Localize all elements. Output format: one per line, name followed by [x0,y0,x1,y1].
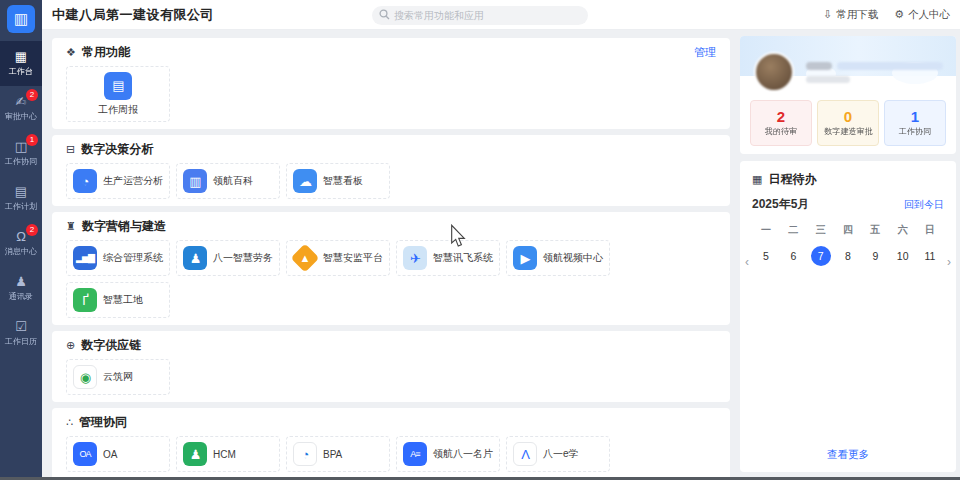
section-title: 常用功能 [82,44,130,61]
app-领航视频中心[interactable]: ▶ 领航视频中心 [506,240,610,276]
personal-center-button[interactable]: ⚙ 个人中心 [894,8,950,22]
view-more-link[interactable]: 查看更多 [740,448,956,462]
app-label: BPA [323,449,342,460]
app-智慧看板[interactable]: ☁ 智慧看板 [286,163,390,199]
company-name: 中建八局第一建设有限公司 [52,6,214,24]
notification-badge: 2 [26,89,38,101]
app-工作周报[interactable]: ▤ 工作周报 [66,66,170,122]
sidebar-item-label: 工作台 [9,66,33,77]
section-list: ❖ 常用功能 管理 ▤ 工作周报 ⊟ 数字决策分析 ◔ 生产运营分析 ▥ 领航百… [52,38,730,480]
calendar-day-8[interactable]: 8 [838,246,858,266]
redacted-user-subtitle [806,76,850,83]
common-functions-icon: ❖ [66,46,76,59]
manage-link[interactable]: 管理 [694,45,716,60]
app-grid: OA OA ♟ HCM ◔ BPA A≡ 领航八一名片 Λ 八一e学 ¥ 财务一… [66,431,716,480]
calendar-day-6[interactable]: 6 [783,246,803,266]
stat-label: 我的待审 [765,126,797,137]
section-digital-decision-analysis: ⊟ 数字决策分析 ◔ 生产运营分析 ▥ 领航百科 ☁ 智慧看板 [52,135,730,206]
sidebar-item-work-calendar[interactable]: ☑ 工作日历 [0,311,42,356]
stat-我的待审[interactable]: 2 我的待审 [750,100,812,146]
app-八一智慧劳务[interactable]: ♟ 八一智慧劳务 [176,240,280,276]
stat-value: 1 [911,109,919,124]
common-downloads-button[interactable]: ⇩ 常用下载 [823,8,878,22]
section-title: 数字营销与建造 [82,218,166,235]
calendar-day-9[interactable]: 9 [865,246,885,266]
app-生产运营分析[interactable]: ◔ 生产运营分析 [66,163,170,199]
app-OA[interactable]: OA OA [66,436,170,472]
notification-badge: 1 [26,134,38,146]
app-智慧工地[interactable]: Ґ 智慧工地 [66,282,170,318]
app-label: OA [103,449,117,460]
app-HCM[interactable]: ♟ HCM [176,436,280,472]
personal-center-label: 个人中心 [908,8,950,22]
app-领航八一名片[interactable]: A≡ 领航八一名片 [396,436,500,472]
section-header: ⊕ 数字供应链 [66,336,716,354]
sidebar-item-approval-center[interactable]: 2 ✍ 审批中心 [0,86,42,131]
avatar [754,52,794,92]
gear-icon: ⚙ [894,8,904,21]
app-领航百科[interactable]: ▥ 领航百科 [176,163,280,199]
app-智慧讯飞系统[interactable]: ✈ 智慧讯飞系统 [396,240,500,276]
weekday-二: 二 [783,220,803,240]
section-header: ❖ 常用功能 管理 [66,43,716,61]
sidebar-item-contacts[interactable]: ♟ 通讯录 [0,266,42,311]
sidebar-item-label: 审批中心 [5,111,37,122]
calendar-day-10[interactable]: 10 [893,246,913,266]
app-icon: OA [73,442,97,466]
section-common-functions: ❖ 常用功能 管理 ▤ 工作周报 [52,38,730,129]
stat-工作协同[interactable]: 1 工作协同 [884,100,946,146]
common-downloads-label: 常用下载 [836,8,878,22]
weekday-一: 一 [756,220,776,240]
calendar-day-5[interactable]: 5 [756,246,776,266]
weekday-日: 日 [920,220,940,240]
app-label: 综合管理系统 [103,251,163,265]
sidebar-item-work-plan[interactable]: ▤ 工作计划 [0,176,42,221]
calendar-day-7[interactable]: 7 [811,246,831,266]
app-label: 工作周报 [98,103,138,117]
app-icon: ☁ [293,169,317,193]
redacted-username [806,62,832,70]
search-input[interactable] [372,6,588,25]
app-BPA[interactable]: ◔ BPA [286,436,390,472]
calendar-prev-icon[interactable]: ‹ [745,255,749,269]
sidebar-item-work-collaboration[interactable]: 1 ◫ 工作协同 [0,131,42,176]
calendar-next-icon[interactable]: › [947,255,951,269]
app-icon: ◔ [73,169,97,193]
digital-marketing-construction-icon: ♜ [66,220,76,233]
app-八一e学[interactable]: Λ 八一e学 [506,436,610,472]
section-header: ⊟ 数字决策分析 [66,140,716,158]
redacted-user-info [837,62,943,70]
app-label: 领航八一名片 [433,447,493,461]
app-label: 领航视频中心 [543,251,603,265]
app-label: 智慧讯飞系统 [433,251,493,265]
app-智慧安监平台[interactable]: ▲ 智慧安监平台 [286,240,390,276]
app-grid: ▤ 工作周报 [66,61,716,126]
app-icon: A≡ [403,442,427,466]
sidebar-item-workbench[interactable]: ▦ 工作台 [0,41,42,86]
app-icon: ♟ [183,246,207,270]
app-label: 智慧看板 [323,174,363,188]
app-icon: ✈ [403,246,427,270]
right-panel: 2 我的待审 0 数字建造审批 1 工作协同 ▦ 日程待办 2025年5月 回到… [740,30,956,480]
schedule-card: ▦ 日程待办 2025年5月 回到今日 一二三四五六日 567891011 ‹ … [740,161,956,472]
app-icon: ▥ [183,169,207,193]
approval-center-icon: ✍ [16,95,27,109]
company-logo-icon[interactable]: ▥ [7,5,35,33]
stat-label: 数字建造审批 [824,126,872,137]
weekday-六: 六 [893,220,913,240]
app-label: 云筑网 [103,370,133,384]
contacts-icon: ♟ [15,275,27,289]
sidebar-item-message-center[interactable]: 2 Ω 消息中心 [0,221,42,266]
stat-label: 工作协同 [899,126,931,137]
date-row: 567891011 [740,243,956,269]
app-label: HCM [213,449,236,460]
back-to-today-link[interactable]: 回到今日 [904,198,944,212]
weekday-四: 四 [838,220,858,240]
app-综合管理系统[interactable]: ▂▅▇ 综合管理系统 [66,240,170,276]
stat-数字建造审批[interactable]: 0 数字建造审批 [817,100,879,146]
app-云筑网[interactable]: ◉ 云筑网 [66,359,170,395]
sidebar: ▥ ▦ 工作台 2 ✍ 审批中心 1 ◫ 工作协同 ▤ 工作计划 2 Ω 消息中… [0,0,42,480]
weekday-五: 五 [865,220,885,240]
calendar-day-11[interactable]: 11 [920,246,940,266]
sidebar-item-label: 消息中心 [5,246,37,257]
